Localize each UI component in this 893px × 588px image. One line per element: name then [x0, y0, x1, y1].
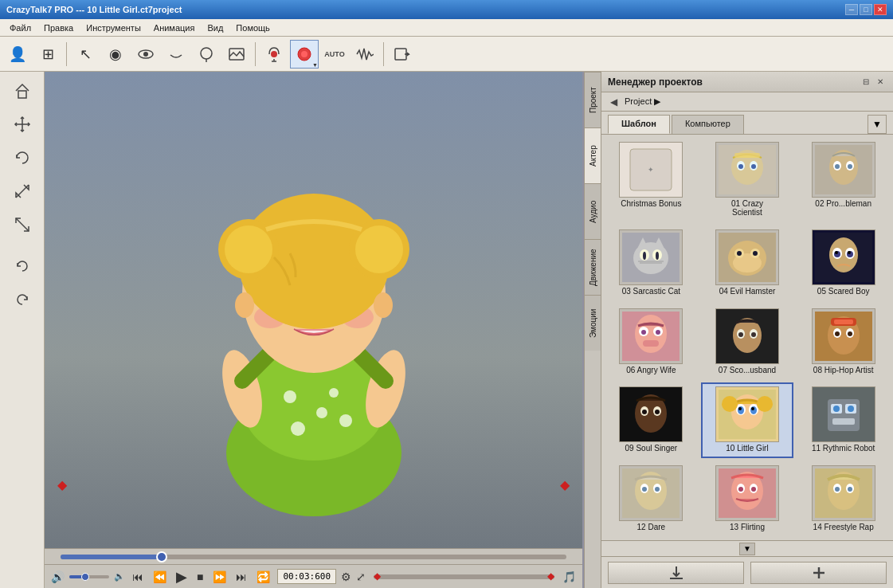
scale-sidebar-button[interactable] [6, 175, 38, 207]
thumb-img-probleman [812, 142, 875, 198]
restore-button[interactable]: □ [860, 4, 872, 15]
toolbar-separator-2 [255, 42, 256, 66]
pm-download-button[interactable] [608, 562, 744, 584]
menu-view[interactable]: Вид [201, 22, 229, 34]
eye-button[interactable] [131, 40, 160, 69]
vtab-movement[interactable]: Движение [585, 239, 601, 295]
thumbnail-grid: ✦ Christmas Bonus 01 Crazy Scientist [601, 135, 893, 540]
thumb-label-sarcastic-cat: 03 Sarcastic Cat [622, 287, 680, 296]
svg-rect-130 [832, 418, 855, 425]
speaker-button[interactable]: 🔈 [114, 571, 125, 582]
thumb-img-angry-wife [619, 308, 683, 364]
tab-template[interactable]: Шаблон [608, 115, 670, 134]
thumb-scousband[interactable]: 07 Sco...usband [701, 304, 794, 380]
thumb-dare[interactable]: 12 Dare [605, 461, 698, 537]
menu-file[interactable]: Файл [3, 22, 37, 34]
rewind-button[interactable]: ⏮ [130, 570, 146, 583]
redo-sidebar-button[interactable] [6, 284, 38, 316]
timeline-end-marker: ◆ [547, 570, 554, 582]
svg-point-68 [643, 252, 646, 260]
svg-point-61 [848, 164, 852, 169]
thumb-img-hiphop-artist [812, 308, 875, 364]
filter-button[interactable]: ▼ [868, 115, 887, 134]
vtab-audio[interactable]: Аудио [585, 183, 601, 239]
menu-edit[interactable]: Правка [37, 22, 80, 34]
thumb-img-soul-singer [619, 386, 683, 442]
head-button[interactable] [192, 40, 221, 69]
svg-point-120 [738, 407, 742, 410]
pointer-button[interactable]: ↖ [71, 40, 100, 69]
expand-button[interactable]: ⤢ [356, 570, 366, 583]
waveform-button[interactable] [351, 40, 379, 69]
svg-line-15 [16, 185, 29, 198]
undo-sidebar-button[interactable] [6, 250, 38, 282]
close-button[interactable]: ✕ [874, 4, 887, 15]
vtab-emotion[interactable]: Эмоции [585, 295, 601, 351]
thumb-img-little-girl [715, 386, 779, 442]
menu-help[interactable]: Помощь [229, 22, 276, 34]
actor-button[interactable]: 👤 [3, 40, 32, 69]
active-record-button[interactable]: ▼ [290, 40, 319, 69]
thumb-probleman[interactable]: 02 Pro...bleman [797, 138, 890, 222]
settings-button[interactable]: ⚙ [341, 570, 351, 583]
sound-button[interactable]: 🎵 [562, 570, 576, 583]
move-sidebar-button[interactable] [6, 108, 38, 140]
timeline-track[interactable] [61, 555, 566, 559]
svg-point-60 [835, 164, 840, 169]
svg-point-148 [848, 487, 852, 492]
thumb-christmas-bonus[interactable]: ✦ Christmas Bonus [605, 138, 698, 222]
canvas-viewport[interactable]: ◆ ◆ [45, 72, 582, 548]
thumb-little-girl[interactable]: 10 Little Girl [701, 382, 794, 458]
volume-thumb[interactable] [81, 573, 89, 581]
thumb-scared-boy[interactable]: 05 Scared Boy [797, 225, 890, 301]
thumb-hiphop-artist[interactable]: 08 Hip-Hop Artist [797, 304, 890, 380]
rotate-sidebar-button[interactable] [6, 142, 38, 174]
menubar: Файл Правка Инструменты Анимация Вид Пом… [0, 19, 893, 37]
grid-button[interactable]: ⊞ [33, 40, 62, 69]
svg-point-128 [833, 406, 840, 412]
stop-button[interactable]: ■ [194, 570, 206, 583]
thumb-flirting[interactable]: 13 Flirting [701, 461, 794, 537]
thumb-sarcastic-cat[interactable]: 03 Sarcastic Cat [605, 225, 698, 301]
svg-rect-93 [643, 340, 659, 347]
pm-close-button[interactable]: ✕ [874, 76, 887, 88]
pm-footer [601, 556, 893, 588]
step-forward-button[interactable]: ⏩ [210, 570, 229, 583]
timeline-thumb[interactable] [156, 551, 167, 563]
face-button[interactable]: ◉ [101, 40, 130, 69]
thumb-crazy-scientist[interactable]: 01 Crazy Scientist [701, 138, 794, 222]
auto-button[interactable]: AUTO [320, 40, 349, 69]
pm-add-button[interactable] [750, 562, 887, 584]
vtab-project[interactable]: Проект [585, 72, 601, 127]
minimize-button[interactable]: ─ [845, 4, 858, 15]
thumb-angry-wife[interactable]: 06 Angry Wife [605, 304, 698, 380]
loop-button[interactable]: 🔁 [254, 570, 272, 583]
svg-point-121 [751, 407, 754, 410]
record-button[interactable] [260, 40, 288, 69]
thumb-rythmic-robot[interactable]: 11 Rythmic Robot [797, 382, 890, 458]
menu-tools[interactable]: Инструменты [80, 22, 147, 34]
scroll-down-button[interactable]: ▼ [739, 543, 755, 555]
canvas-wrapper: ◆ ◆ 🔊 🔈 ⏮ ⏪ ▶ ■ ⏩ ⏭ � [45, 72, 582, 588]
volume-slider[interactable] [69, 575, 109, 578]
thumb-img-sarcastic-cat [619, 229, 683, 285]
play-button[interactable]: ▶ [174, 568, 190, 586]
step-back-button[interactable]: ⏪ [151, 570, 169, 583]
thumb-soul-singer[interactable]: 09 Soul Singer [605, 382, 698, 458]
image-button[interactable] [222, 40, 251, 69]
menu-animation[interactable]: Анимация [147, 22, 202, 34]
shrink-sidebar-button[interactable] [6, 209, 38, 241]
vtab-actor[interactable]: Актер [585, 127, 601, 183]
pm-back-button[interactable]: ◀ [606, 95, 621, 109]
thumb-evil-hamster[interactable]: 04 Evil Hamster [701, 225, 794, 301]
thumb-label-rythmic-robot: 11 Rythmic Robot [812, 444, 875, 453]
export-button[interactable] [388, 40, 417, 69]
thumb-label-evil-hamster: 04 Evil Hamster [719, 287, 776, 296]
pm-minimize-button[interactable]: ⊟ [860, 76, 872, 88]
fast-forward-button[interactable]: ⏭ [233, 570, 249, 583]
thumb-freestyle-rap[interactable]: 14 Freestyle Rap [797, 461, 890, 537]
mouth-button[interactable] [162, 40, 190, 69]
home-sidebar-button[interactable] [6, 75, 38, 107]
bottom-timeline[interactable]: ◆ ◆ [374, 574, 554, 579]
tab-computer[interactable]: Компьютер [672, 115, 744, 134]
